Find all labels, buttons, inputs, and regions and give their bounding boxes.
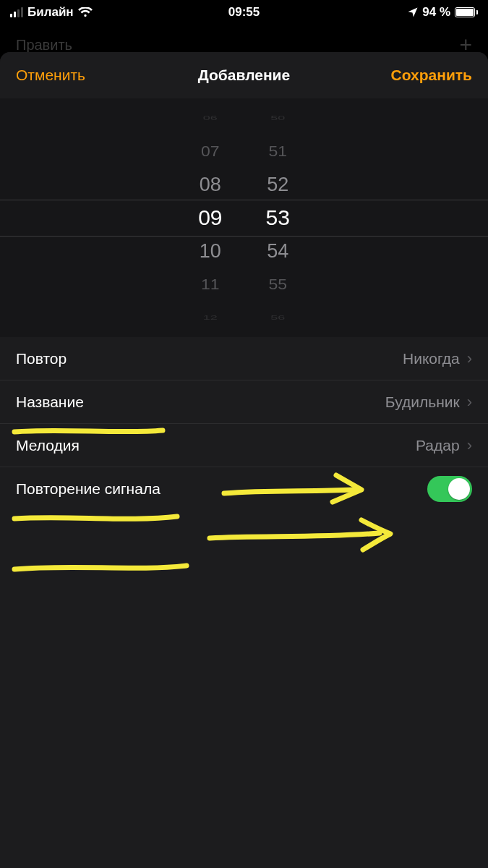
picker-minute[interactable]: 54 — [267, 234, 288, 268]
wifi-icon — [78, 7, 93, 17]
sheet-title: Добавление — [198, 67, 290, 84]
picker-minute[interactable]: 55 — [268, 269, 287, 299]
minute-picker-column[interactable]: 49 50 51 52 53 54 55 56 57 — [266, 98, 290, 337]
options-list: Повтор Никогда › Название Будильник › Ме… — [0, 337, 488, 511]
battery-percent: 94 % — [422, 5, 450, 20]
chevron-right-icon: › — [467, 393, 472, 412]
name-row[interactable]: Название Будильник › — [0, 380, 488, 424]
picker-hour[interactable]: 12 — [203, 308, 218, 326]
picker-hour[interactable]: 11 — [201, 269, 220, 299]
picker-hour[interactable]: 08 — [200, 168, 221, 201]
battery-icon — [455, 7, 478, 17]
sheet-header: Отменить Добавление Сохранить — [0, 52, 488, 98]
picker-minute[interactable]: 50 — [270, 109, 285, 127]
sound-label: Мелодия — [16, 437, 80, 454]
sound-row[interactable]: Мелодия Радар › — [0, 424, 488, 467]
picker-hour-selected[interactable]: 09 — [198, 201, 222, 234]
toggle-knob-icon — [448, 478, 470, 500]
save-button[interactable]: Сохранить — [375, 52, 488, 98]
chevron-right-icon: › — [467, 349, 472, 368]
picker-minute[interactable]: 52 — [267, 168, 288, 201]
cancel-button[interactable]: Отменить — [0, 52, 101, 98]
picker-minute[interactable]: 51 — [268, 136, 287, 166]
picker-hour[interactable]: 07 — [201, 136, 220, 166]
repeat-label: Повтор — [16, 350, 67, 367]
background-edit-label: Править — [16, 37, 72, 54]
snooze-label: Повторение сигнала — [16, 480, 160, 498]
snooze-row: Повторение сигнала — [0, 467, 488, 511]
name-label: Название — [16, 393, 84, 411]
sound-value: Радар — [416, 437, 460, 454]
status-time: 09:55 — [228, 5, 260, 20]
snooze-toggle[interactable] — [427, 476, 472, 502]
picker-hour[interactable]: 10 — [200, 234, 221, 268]
picker-minute-selected[interactable]: 53 — [266, 201, 290, 234]
time-picker[interactable]: 05 06 07 08 09 10 11 12 13 49 50 51 52 5… — [0, 98, 488, 337]
name-value: Будильник — [385, 393, 460, 411]
status-bar: Билайн 09:55 94 % — [0, 0, 488, 25]
picker-hour[interactable]: 06 — [203, 109, 218, 127]
hour-picker-column[interactable]: 05 06 07 08 09 10 11 12 13 — [198, 98, 222, 337]
status-right: 94 % — [408, 5, 478, 20]
signal-icon — [10, 7, 23, 17]
carrier-label: Билайн — [27, 5, 74, 20]
status-left: Билайн — [10, 5, 93, 20]
location-icon — [408, 7, 418, 17]
repeat-value: Никогда — [403, 350, 460, 367]
picker-minute[interactable]: 56 — [270, 308, 285, 326]
repeat-row[interactable]: Повтор Никогда › — [0, 337, 488, 380]
add-alarm-sheet: Отменить Добавление Сохранить 05 06 07 0… — [0, 52, 488, 868]
chevron-right-icon: › — [467, 436, 472, 455]
